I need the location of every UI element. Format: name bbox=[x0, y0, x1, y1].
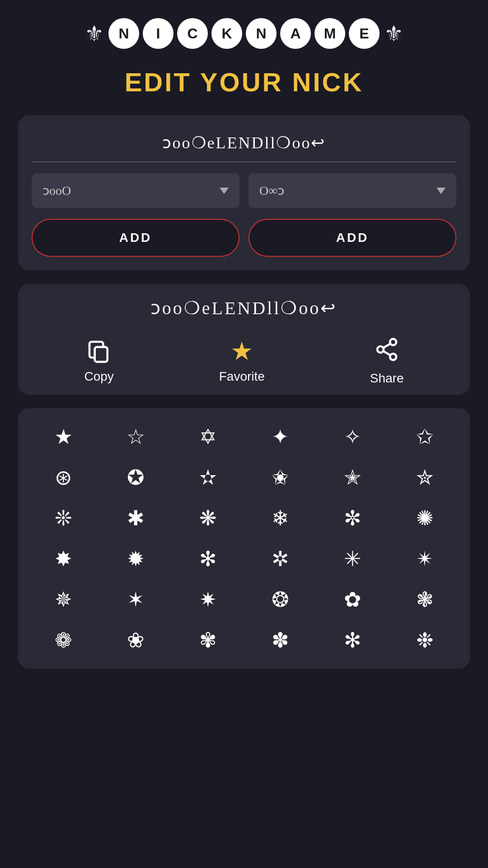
dropdowns-row: ↄooO O∞ↄ bbox=[32, 173, 456, 208]
symbols-grid-card: ★ ☆ ✡ ✦ ✧ ✩ ⊛ ✪ ✫ ✬ ✭ ✮ ❊ ✱ ❋ ❄ ✼ ✺ ✸ ✹ … bbox=[18, 408, 470, 669]
letter-m: M bbox=[314, 18, 345, 49]
action-buttons-row: Copy ★ Favorite Share bbox=[32, 337, 456, 386]
letter-i: I bbox=[143, 18, 174, 49]
symbol-eight-point-heavy[interactable]: ✷ bbox=[176, 585, 239, 614]
symbol-pinwheel-star[interactable]: ✫ bbox=[176, 462, 239, 492]
letter-k: K bbox=[211, 18, 242, 49]
share-label: Share bbox=[370, 371, 404, 386]
suffix-symbol: O∞ↄ bbox=[259, 183, 284, 198]
symbol-star-ring[interactable]: ✩ bbox=[393, 422, 456, 452]
suffix-dropdown[interactable]: O∞ↄ bbox=[249, 173, 456, 208]
symbol-diamond-star[interactable]: ✦ bbox=[249, 422, 312, 452]
svg-point-3 bbox=[390, 354, 396, 360]
svg-line-4 bbox=[383, 351, 390, 355]
symbol-outlined-flower[interactable]: ❁ bbox=[32, 625, 95, 655]
title-letters: N I C K N A M E bbox=[108, 18, 380, 49]
svg-point-2 bbox=[377, 346, 384, 353]
symbol-teardrop-star[interactable]: ✻ bbox=[176, 544, 239, 574]
svg-rect-0 bbox=[95, 347, 108, 362]
share-icon bbox=[374, 337, 399, 366]
symbol-star-filled[interactable]: ★ bbox=[32, 422, 95, 452]
letter-n: N bbox=[108, 18, 139, 49]
symbol-star-circled2[interactable]: ✪ bbox=[104, 462, 167, 492]
prefix-dropdown-arrow-icon bbox=[220, 188, 229, 194]
symbol-star-outline[interactable]: ☆ bbox=[104, 422, 167, 452]
favorite-star-icon: ★ bbox=[230, 339, 253, 364]
symbol-dingbat-asterisk[interactable]: ❉ bbox=[393, 625, 456, 655]
edit-card: ↄoo❍eLENDll❍oo↩ ↄooO O∞ↄ ADD ADD bbox=[18, 115, 470, 270]
symbol-six-point-black[interactable]: ✶ bbox=[104, 585, 167, 614]
favorite-button[interactable]: ★ Favorite bbox=[219, 339, 265, 384]
left-ornament-icon: ⚜ bbox=[84, 21, 104, 46]
nick-input-display[interactable]: ↄoo❍eLENDll❍oo↩ bbox=[32, 129, 456, 162]
symbol-circled-star[interactable]: ⊛ bbox=[32, 462, 95, 492]
symbol-cluster-snowflake[interactable]: ❊ bbox=[32, 503, 95, 533]
symbol-four-balloon[interactable]: ✽ bbox=[249, 625, 312, 655]
svg-line-5 bbox=[383, 344, 390, 348]
symbol-circled-ring[interactable]: ❂ bbox=[249, 585, 312, 614]
suffix-dropdown-arrow-icon bbox=[436, 188, 446, 194]
copy-label: Copy bbox=[84, 369, 113, 384]
symbol-flower[interactable]: ✿ bbox=[321, 585, 384, 614]
favorite-label: Favorite bbox=[219, 369, 265, 384]
nick-preview: ↄoo❍eLENDll❍oo↩ bbox=[32, 297, 456, 319]
symbol-white-flower[interactable]: ❀ bbox=[104, 625, 167, 655]
svg-point-1 bbox=[390, 339, 396, 345]
letter-e: E bbox=[349, 18, 380, 49]
symbols-grid: ★ ☆ ✡ ✦ ✧ ✩ ⊛ ✪ ✫ ✬ ✭ ✮ ❊ ✱ ❋ ❄ ✼ ✺ ✸ ✹ … bbox=[32, 422, 456, 655]
symbol-four-pointed[interactable]: ✼ bbox=[321, 503, 384, 533]
symbol-outlined-star2[interactable]: ✬ bbox=[249, 462, 312, 492]
symbol-snowflake[interactable]: ❄ bbox=[249, 503, 312, 533]
symbol-six-petal[interactable]: ✵ bbox=[32, 585, 95, 614]
add-suffix-button[interactable]: ADD bbox=[249, 219, 456, 257]
symbol-four-leaf[interactable]: ❃ bbox=[393, 585, 456, 614]
page-title: EDIT YOUR NICK bbox=[0, 58, 488, 115]
share-button[interactable]: Share bbox=[370, 337, 404, 386]
prefix-dropdown[interactable]: ↄooO bbox=[32, 173, 239, 208]
prefix-symbol: ↄooO bbox=[42, 183, 71, 198]
letter-a: A bbox=[280, 18, 311, 49]
symbol-eight-point-star[interactable]: ✳ bbox=[321, 544, 384, 574]
symbol-eight-spoke-asterisk[interactable]: ❋ bbox=[176, 503, 239, 533]
symbol-star-serif-filled[interactable]: ✮ bbox=[393, 462, 456, 492]
symbol-star-of-david[interactable]: ✡ bbox=[176, 422, 239, 452]
app-header: ⚜ N I C K N A M E ⚜ bbox=[0, 0, 488, 58]
symbol-heavy-sparkle[interactable]: ✸ bbox=[32, 544, 95, 574]
symbol-spoked-circle[interactable]: ✺ bbox=[393, 503, 456, 533]
add-prefix-button[interactable]: ADD bbox=[32, 219, 239, 257]
symbol-star-serif-open[interactable]: ✭ bbox=[321, 462, 384, 492]
letter-c: C bbox=[177, 18, 208, 49]
preview-card: ↄoo❍eLENDll❍oo↩ Copy ★ Favorite Share bbox=[18, 284, 470, 395]
copy-button[interactable]: Copy bbox=[84, 339, 113, 384]
add-buttons-row: ADD ADD bbox=[32, 219, 456, 257]
letter-n2: N bbox=[246, 18, 277, 49]
symbol-asterisk-open[interactable]: ✻ bbox=[321, 625, 384, 655]
symbol-sparkle-star[interactable]: ✧ bbox=[321, 422, 384, 452]
symbol-eight-point-rectilinear[interactable]: ✲ bbox=[249, 544, 312, 574]
symbol-light-sparkle[interactable]: ✾ bbox=[176, 625, 239, 655]
right-ornament-icon: ⚜ bbox=[384, 21, 404, 46]
symbol-twelve-pointed[interactable]: ✹ bbox=[104, 544, 167, 574]
symbol-heavy-asterisk[interactable]: ✱ bbox=[104, 503, 167, 533]
symbol-eight-spoked-asterisk[interactable]: ✴ bbox=[393, 544, 456, 574]
copy-icon bbox=[86, 339, 112, 364]
